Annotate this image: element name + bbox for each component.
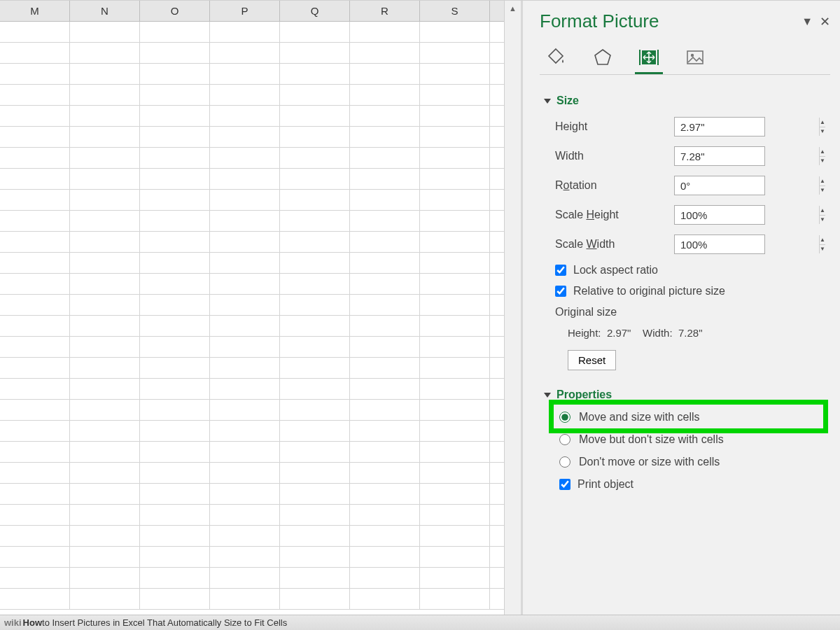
print-object-label[interactable]: Print object bbox=[578, 478, 634, 491]
pane-close-icon[interactable]: ✕ bbox=[820, 14, 830, 29]
cell[interactable] bbox=[70, 463, 140, 483]
cell[interactable] bbox=[70, 379, 140, 399]
width-input[interactable]: ▲▼ bbox=[674, 146, 765, 166]
cell[interactable] bbox=[140, 43, 210, 63]
cell[interactable] bbox=[0, 295, 70, 315]
cell[interactable] bbox=[0, 379, 70, 399]
cell[interactable] bbox=[350, 547, 420, 567]
cell[interactable] bbox=[70, 337, 140, 357]
column-header[interactable]: O bbox=[140, 1, 210, 21]
cell[interactable] bbox=[210, 274, 280, 294]
cell[interactable] bbox=[280, 442, 350, 462]
cell[interactable] bbox=[280, 358, 350, 378]
cell[interactable] bbox=[0, 85, 70, 105]
cell[interactable] bbox=[420, 421, 490, 441]
cell[interactable] bbox=[70, 211, 140, 231]
column-header[interactable]: M bbox=[0, 1, 70, 21]
cell[interactable] bbox=[350, 232, 420, 252]
cell[interactable] bbox=[280, 337, 350, 357]
cell[interactable] bbox=[70, 106, 140, 126]
cell[interactable] bbox=[0, 400, 70, 420]
scale-height-field[interactable] bbox=[675, 206, 819, 224]
cell[interactable] bbox=[140, 295, 210, 315]
cell[interactable] bbox=[70, 589, 140, 609]
cell[interactable] bbox=[350, 106, 420, 126]
cell[interactable] bbox=[280, 169, 350, 189]
reset-button[interactable]: Reset bbox=[568, 350, 616, 370]
cell[interactable] bbox=[140, 400, 210, 420]
cell[interactable] bbox=[0, 358, 70, 378]
cell[interactable] bbox=[70, 484, 140, 504]
cell[interactable] bbox=[210, 484, 280, 504]
scale-height-input[interactable]: ▲▼ bbox=[674, 205, 765, 225]
cell[interactable] bbox=[140, 358, 210, 378]
cell[interactable] bbox=[420, 43, 490, 63]
cell[interactable] bbox=[70, 421, 140, 441]
cell[interactable] bbox=[140, 316, 210, 336]
cell[interactable] bbox=[0, 22, 70, 42]
cells-area[interactable] bbox=[0, 22, 504, 610]
cell[interactable] bbox=[420, 505, 490, 525]
cell[interactable] bbox=[210, 127, 280, 147]
cell[interactable] bbox=[420, 358, 490, 378]
cell[interactable] bbox=[420, 526, 490, 546]
cell[interactable] bbox=[210, 106, 280, 126]
dont-move-size-radio[interactable] bbox=[559, 456, 570, 468]
cell[interactable] bbox=[350, 127, 420, 147]
scale-height-spin-up[interactable]: ▲ bbox=[820, 206, 825, 216]
cell[interactable] bbox=[0, 148, 70, 168]
cell[interactable] bbox=[210, 421, 280, 441]
cell[interactable] bbox=[280, 85, 350, 105]
scale-height-spin-down[interactable]: ▼ bbox=[820, 216, 825, 225]
cell[interactable] bbox=[420, 106, 490, 126]
height-spin-up[interactable]: ▲ bbox=[820, 118, 825, 127]
column-header[interactable]: S bbox=[420, 1, 490, 21]
cell[interactable] bbox=[280, 505, 350, 525]
cell[interactable] bbox=[280, 547, 350, 567]
cell[interactable] bbox=[210, 22, 280, 42]
cell[interactable] bbox=[420, 85, 490, 105]
cell[interactable] bbox=[280, 526, 350, 546]
cell[interactable] bbox=[210, 337, 280, 357]
cell[interactable] bbox=[70, 274, 140, 294]
print-object-checkbox[interactable] bbox=[559, 479, 570, 490]
cell[interactable] bbox=[210, 568, 280, 588]
cell[interactable] bbox=[210, 316, 280, 336]
column-header[interactable]: P bbox=[210, 1, 280, 21]
cell[interactable] bbox=[420, 148, 490, 168]
cell[interactable] bbox=[420, 337, 490, 357]
scale-width-input[interactable]: ▲▼ bbox=[674, 234, 765, 254]
vertical-scrollbar[interactable]: ▲ bbox=[504, 1, 521, 616]
scale-width-spin-down[interactable]: ▼ bbox=[820, 245, 825, 254]
cell[interactable] bbox=[0, 442, 70, 462]
cell[interactable] bbox=[140, 379, 210, 399]
cell[interactable] bbox=[210, 211, 280, 231]
relative-original-label[interactable]: Relative to original picture size bbox=[573, 285, 725, 298]
cell[interactable] bbox=[0, 589, 70, 609]
cell[interactable] bbox=[280, 64, 350, 84]
cell[interactable] bbox=[70, 232, 140, 252]
rotation-spin-down[interactable]: ▼ bbox=[820, 186, 825, 195]
cell[interactable] bbox=[280, 190, 350, 210]
cell[interactable] bbox=[350, 85, 420, 105]
cell[interactable] bbox=[210, 442, 280, 462]
cell[interactable] bbox=[420, 274, 490, 294]
cell[interactable] bbox=[0, 505, 70, 525]
cell[interactable] bbox=[140, 547, 210, 567]
cell[interactable] bbox=[70, 169, 140, 189]
cell[interactable] bbox=[140, 421, 210, 441]
column-header[interactable]: R bbox=[350, 1, 420, 21]
cell[interactable] bbox=[70, 64, 140, 84]
cell[interactable] bbox=[350, 43, 420, 63]
cell[interactable] bbox=[0, 526, 70, 546]
cell[interactable] bbox=[350, 22, 420, 42]
cell[interactable] bbox=[210, 232, 280, 252]
cell[interactable] bbox=[210, 43, 280, 63]
cell[interactable] bbox=[0, 232, 70, 252]
cell[interactable] bbox=[140, 169, 210, 189]
relative-original-checkbox[interactable] bbox=[555, 286, 566, 297]
cell[interactable] bbox=[70, 85, 140, 105]
move-no-size-radio[interactable] bbox=[559, 434, 570, 445]
cell[interactable] bbox=[350, 211, 420, 231]
cell[interactable] bbox=[140, 589, 210, 609]
